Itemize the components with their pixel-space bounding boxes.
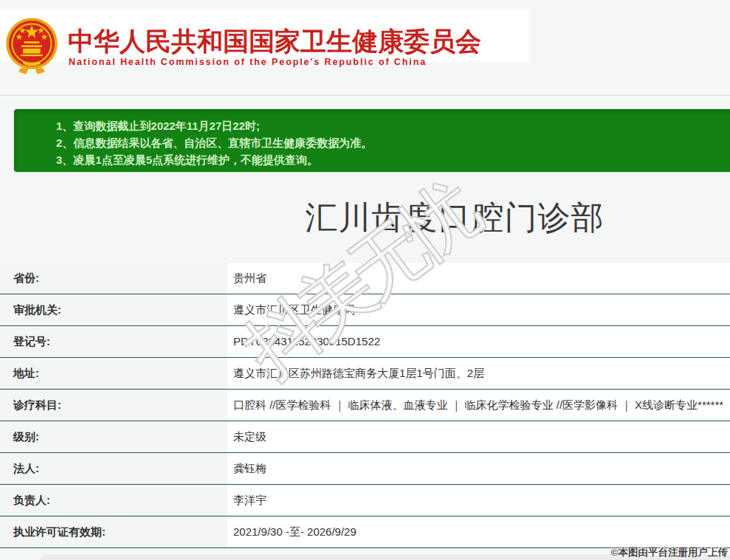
table-row: 地址: 遵义市汇川区苏州路德宝商务大厦1层1号门面、2层 <box>0 358 730 390</box>
header-divider <box>0 95 730 97</box>
field-value: 未定级 <box>227 421 730 452</box>
field-value: 口腔科 //医学检验科 ｜ 临床体液、血液专业 ｜ 临床化学检验专业 //医学影… <box>227 390 730 421</box>
field-value: 贵州省 <box>227 263 730 294</box>
notice-line: 3、凌晨1点至凌晨5点系统进行维护，不能提供查询。 <box>56 151 730 168</box>
table-row: 省份: 贵州省 <box>0 263 730 294</box>
table-row: 负责人: 李洋宇 <box>0 485 730 516</box>
china-national-emblem-icon <box>4 14 59 82</box>
field-value: 2021/9/30 -至- 2026/9/29 <box>227 516 730 547</box>
site-header: 中华人民共和国国家卫生健康委员会 National Health Commiss… <box>0 10 530 62</box>
field-label: 省份: <box>0 263 227 294</box>
field-label: 负责人: <box>0 485 227 516</box>
notice-line: 1、查询数据截止到2022年11月27日22时; <box>56 117 730 134</box>
field-value: 遵义市汇川区苏州路德宝商务大厦1层1号门面、2层 <box>227 358 730 389</box>
table-row: 诊疗科目: 口腔科 //医学检验科 ｜ 临床体液、血液专业 ｜ 临床化学检验专业… <box>0 390 730 421</box>
field-label: 地址: <box>0 358 227 389</box>
notice-line: 2、信息数据结果以各省、自治区、直辖市卫生健康委数据为准。 <box>56 134 730 151</box>
org-title-en: National Health Commission of the People… <box>69 57 427 67</box>
table-row: 执业许可证有效期: 2021/9/30 -至- 2026/9/29 <box>0 516 730 548</box>
query-notice-box: 1、查询数据截止到2022年11月27日22时; 2、信息数据结果以各省、自治区… <box>13 108 730 173</box>
field-label: 法人: <box>0 453 227 484</box>
field-label: 审批机关: <box>0 294 227 325</box>
field-label: 执业许可证有效期: <box>0 516 227 547</box>
org-title-cn: 中华人民共和国国家卫生健康委员会 <box>68 24 481 59</box>
table-row: 登记号: PDY023431152030315D1522 <box>0 326 730 358</box>
field-value: 遵义市汇川区卫生健康局 <box>227 294 730 325</box>
table-row: 级别: 未定级 <box>0 421 730 453</box>
field-value: 龚钰梅 <box>227 453 730 484</box>
field-value: 李洋宇 <box>227 485 730 516</box>
field-label: 诊疗科目: <box>0 390 227 421</box>
field-label: 级别: <box>0 421 227 452</box>
record-table: 省份: 贵州省 审批机关: 遵义市汇川区卫生健康局 登记号: PDY023431… <box>0 263 730 548</box>
table-row: 法人: 龚钰梅 <box>0 453 730 485</box>
institution-name-title: 汇川齿度口腔门诊部 <box>0 196 730 240</box>
field-label: 登记号: <box>0 326 227 357</box>
table-row: 审批机关: 遵义市汇川区卫生健康局 <box>0 294 730 326</box>
field-value: PDY023431152030315D1522 <box>227 326 730 357</box>
platform-credit-watermark: ©本图由平台注册用户上传 <box>611 546 728 559</box>
